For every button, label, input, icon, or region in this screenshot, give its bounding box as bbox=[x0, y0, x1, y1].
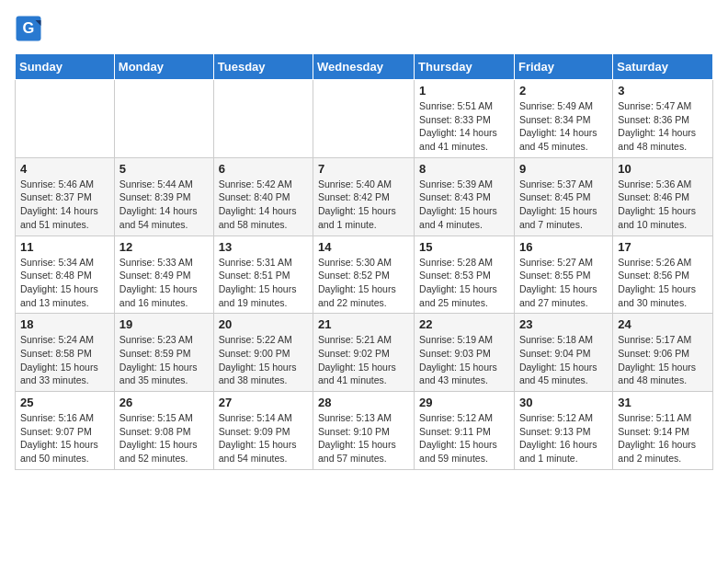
calendar-week-row: 11Sunrise: 5:34 AM Sunset: 8:48 PM Dayli… bbox=[16, 236, 713, 314]
weekday-header-row: SundayMondayTuesdayWednesdayThursdayFrid… bbox=[16, 54, 713, 80]
calendar-cell: 20Sunrise: 5:22 AM Sunset: 9:00 PM Dayli… bbox=[213, 314, 313, 392]
calendar-cell: 23Sunrise: 5:18 AM Sunset: 9:04 PM Dayli… bbox=[514, 314, 612, 392]
day-number: 16 bbox=[519, 240, 608, 254]
calendar-cell: 9Sunrise: 5:37 AM Sunset: 8:45 PM Daylig… bbox=[514, 157, 612, 236]
calendar-cell: 4Sunrise: 5:46 AM Sunset: 8:37 PM Daylig… bbox=[16, 157, 115, 236]
day-info: Sunrise: 5:33 AM Sunset: 8:49 PM Dayligh… bbox=[119, 256, 209, 310]
day-number: 19 bbox=[119, 317, 209, 331]
logo: G bbox=[15, 15, 46, 42]
day-info: Sunrise: 5:15 AM Sunset: 9:08 PM Dayligh… bbox=[119, 411, 209, 465]
day-number: 17 bbox=[618, 240, 708, 254]
day-number: 23 bbox=[519, 317, 608, 331]
weekday-header: Friday bbox=[514, 54, 612, 80]
day-info: Sunrise: 5:26 AM Sunset: 8:56 PM Dayligh… bbox=[618, 256, 708, 310]
calendar-cell: 3Sunrise: 5:47 AM Sunset: 8:36 PM Daylig… bbox=[613, 80, 713, 158]
day-number: 22 bbox=[419, 317, 509, 331]
day-number: 3 bbox=[618, 84, 708, 98]
calendar-cell: 31Sunrise: 5:11 AM Sunset: 9:14 PM Dayli… bbox=[613, 392, 713, 470]
day-number: 8 bbox=[419, 162, 509, 176]
calendar-cell: 14Sunrise: 5:30 AM Sunset: 8:52 PM Dayli… bbox=[313, 236, 415, 314]
calendar-cell: 8Sunrise: 5:39 AM Sunset: 8:43 PM Daylig… bbox=[415, 157, 515, 236]
svg-text:G: G bbox=[23, 19, 35, 36]
calendar-cell: 13Sunrise: 5:31 AM Sunset: 8:51 PM Dayli… bbox=[213, 236, 313, 314]
day-number: 21 bbox=[318, 317, 409, 331]
calendar-cell: 10Sunrise: 5:36 AM Sunset: 8:46 PM Dayli… bbox=[613, 157, 713, 236]
calendar-cell: 7Sunrise: 5:40 AM Sunset: 8:42 PM Daylig… bbox=[313, 157, 415, 236]
calendar-cell: 28Sunrise: 5:13 AM Sunset: 9:10 PM Dayli… bbox=[313, 392, 415, 470]
day-info: Sunrise: 5:46 AM Sunset: 8:37 PM Dayligh… bbox=[20, 178, 109, 232]
calendar-cell bbox=[213, 80, 313, 158]
calendar-week-row: 18Sunrise: 5:24 AM Sunset: 8:58 PM Dayli… bbox=[16, 314, 713, 392]
calendar-cell: 25Sunrise: 5:16 AM Sunset: 9:07 PM Dayli… bbox=[16, 392, 115, 470]
calendar-cell bbox=[114, 80, 213, 158]
logo-icon: G bbox=[15, 15, 42, 42]
weekday-header: Tuesday bbox=[213, 54, 313, 80]
day-info: Sunrise: 5:13 AM Sunset: 9:10 PM Dayligh… bbox=[318, 411, 409, 465]
day-number: 29 bbox=[419, 396, 509, 409]
day-number: 7 bbox=[318, 162, 409, 176]
day-number: 28 bbox=[318, 396, 409, 409]
calendar-cell: 1Sunrise: 5:51 AM Sunset: 8:33 PM Daylig… bbox=[415, 80, 515, 158]
day-number: 26 bbox=[119, 396, 209, 409]
calendar-cell: 24Sunrise: 5:17 AM Sunset: 9:06 PM Dayli… bbox=[613, 314, 713, 392]
day-info: Sunrise: 5:40 AM Sunset: 8:42 PM Dayligh… bbox=[318, 178, 409, 232]
day-info: Sunrise: 5:37 AM Sunset: 8:45 PM Dayligh… bbox=[519, 178, 608, 232]
calendar-cell: 19Sunrise: 5:23 AM Sunset: 8:59 PM Dayli… bbox=[114, 314, 213, 392]
day-number: 18 bbox=[20, 317, 109, 331]
day-info: Sunrise: 5:47 AM Sunset: 8:36 PM Dayligh… bbox=[618, 99, 708, 154]
day-number: 6 bbox=[219, 162, 308, 176]
day-info: Sunrise: 5:28 AM Sunset: 8:53 PM Dayligh… bbox=[419, 256, 509, 310]
weekday-header: Wednesday bbox=[313, 54, 415, 80]
calendar-cell: 29Sunrise: 5:12 AM Sunset: 9:11 PM Dayli… bbox=[415, 392, 515, 470]
day-number: 11 bbox=[20, 240, 109, 254]
calendar-week-row: 4Sunrise: 5:46 AM Sunset: 8:37 PM Daylig… bbox=[16, 157, 713, 236]
calendar-week-row: 1Sunrise: 5:51 AM Sunset: 8:33 PM Daylig… bbox=[16, 80, 713, 158]
calendar-cell: 22Sunrise: 5:19 AM Sunset: 9:03 PM Dayli… bbox=[415, 314, 515, 392]
calendar-cell: 15Sunrise: 5:28 AM Sunset: 8:53 PM Dayli… bbox=[415, 236, 515, 314]
day-info: Sunrise: 5:19 AM Sunset: 9:03 PM Dayligh… bbox=[419, 333, 509, 387]
weekday-header: Saturday bbox=[613, 54, 713, 80]
day-info: Sunrise: 5:21 AM Sunset: 9:02 PM Dayligh… bbox=[318, 333, 409, 387]
calendar-cell: 30Sunrise: 5:12 AM Sunset: 9:13 PM Dayli… bbox=[514, 392, 612, 470]
calendar-table: SundayMondayTuesdayWednesdayThursdayFrid… bbox=[15, 53, 713, 470]
day-number: 1 bbox=[419, 84, 509, 98]
day-number: 13 bbox=[219, 240, 308, 254]
day-info: Sunrise: 5:51 AM Sunset: 8:33 PM Dayligh… bbox=[419, 99, 509, 154]
calendar-cell: 21Sunrise: 5:21 AM Sunset: 9:02 PM Dayli… bbox=[313, 314, 415, 392]
day-number: 10 bbox=[618, 162, 708, 176]
day-number: 5 bbox=[119, 162, 209, 176]
day-number: 27 bbox=[219, 396, 308, 409]
day-number: 14 bbox=[318, 240, 409, 254]
day-number: 15 bbox=[419, 240, 509, 254]
day-info: Sunrise: 5:44 AM Sunset: 8:39 PM Dayligh… bbox=[119, 178, 209, 232]
calendar-cell: 17Sunrise: 5:26 AM Sunset: 8:56 PM Dayli… bbox=[613, 236, 713, 314]
day-info: Sunrise: 5:36 AM Sunset: 8:46 PM Dayligh… bbox=[618, 178, 708, 232]
day-info: Sunrise: 5:49 AM Sunset: 8:34 PM Dayligh… bbox=[519, 99, 608, 154]
calendar-cell bbox=[313, 80, 415, 158]
day-info: Sunrise: 5:23 AM Sunset: 8:59 PM Dayligh… bbox=[119, 333, 209, 387]
calendar-cell: 11Sunrise: 5:34 AM Sunset: 8:48 PM Dayli… bbox=[16, 236, 115, 314]
day-number: 9 bbox=[519, 162, 608, 176]
day-number: 20 bbox=[219, 317, 308, 331]
calendar-cell: 2Sunrise: 5:49 AM Sunset: 8:34 PM Daylig… bbox=[514, 80, 612, 158]
calendar-cell: 18Sunrise: 5:24 AM Sunset: 8:58 PM Dayli… bbox=[16, 314, 115, 392]
day-info: Sunrise: 5:24 AM Sunset: 8:58 PM Dayligh… bbox=[20, 333, 109, 387]
day-info: Sunrise: 5:42 AM Sunset: 8:40 PM Dayligh… bbox=[219, 178, 308, 232]
calendar-cell bbox=[16, 80, 115, 158]
calendar-cell: 26Sunrise: 5:15 AM Sunset: 9:08 PM Dayli… bbox=[114, 392, 213, 470]
day-info: Sunrise: 5:11 AM Sunset: 9:14 PM Dayligh… bbox=[618, 411, 708, 465]
day-number: 4 bbox=[20, 162, 109, 176]
day-info: Sunrise: 5:12 AM Sunset: 9:11 PM Dayligh… bbox=[419, 411, 509, 465]
calendar-cell: 27Sunrise: 5:14 AM Sunset: 9:09 PM Dayli… bbox=[213, 392, 313, 470]
calendar-cell: 12Sunrise: 5:33 AM Sunset: 8:49 PM Dayli… bbox=[114, 236, 213, 314]
calendar-cell: 16Sunrise: 5:27 AM Sunset: 8:55 PM Dayli… bbox=[514, 236, 612, 314]
day-info: Sunrise: 5:34 AM Sunset: 8:48 PM Dayligh… bbox=[20, 256, 109, 310]
day-info: Sunrise: 5:27 AM Sunset: 8:55 PM Dayligh… bbox=[519, 256, 608, 310]
weekday-header: Sunday bbox=[16, 54, 115, 80]
calendar-week-row: 25Sunrise: 5:16 AM Sunset: 9:07 PM Dayli… bbox=[16, 392, 713, 470]
page-header: G bbox=[15, 15, 713, 42]
weekday-header: Thursday bbox=[415, 54, 515, 80]
day-info: Sunrise: 5:30 AM Sunset: 8:52 PM Dayligh… bbox=[318, 256, 409, 310]
day-info: Sunrise: 5:12 AM Sunset: 9:13 PM Dayligh… bbox=[519, 411, 608, 465]
day-info: Sunrise: 5:39 AM Sunset: 8:43 PM Dayligh… bbox=[419, 178, 509, 232]
